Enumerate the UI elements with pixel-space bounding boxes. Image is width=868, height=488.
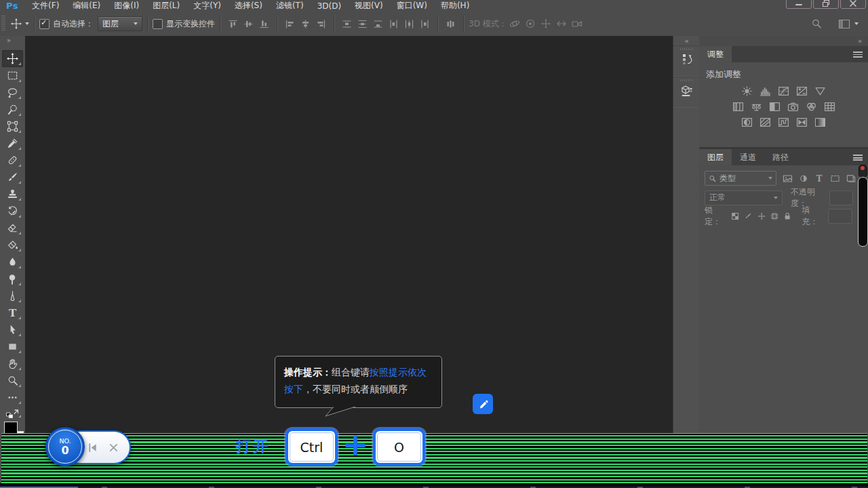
- tool-paint-bucket[interactable]: [2, 237, 23, 253]
- tool-history-brush[interactable]: [2, 203, 23, 220]
- menu-select[interactable]: 选择(S): [228, 0, 269, 12]
- menu-window[interactable]: 窗口(W): [390, 0, 434, 12]
- menu-image[interactable]: 图像(I): [107, 0, 146, 12]
- tool-more-ellipsis[interactable]: [2, 389, 23, 406]
- align-right-icon[interactable]: [313, 16, 329, 31]
- tab-adjustments[interactable]: 调整: [699, 46, 732, 62]
- layers-list[interactable]: [699, 225, 868, 468]
- layer-filter-toggle[interactable]: [859, 165, 867, 178]
- skip-to-start-icon[interactable]: [87, 442, 98, 453]
- tool-zoom[interactable]: [2, 372, 23, 389]
- tool-rectangular-marquee[interactable]: [2, 67, 23, 84]
- search-icon[interactable]: [808, 16, 824, 31]
- adjustment-layers-filter-icon[interactable]: [799, 174, 808, 183]
- tool-dodge[interactable]: [2, 270, 23, 287]
- auto-select-checkbox[interactable]: [39, 19, 50, 29]
- 3d-camera-icon[interactable]: [570, 16, 585, 31]
- threshold-icon[interactable]: [778, 117, 789, 127]
- 3d-panel-button[interactable]: [673, 77, 700, 108]
- show-transform-checkbox[interactable]: [153, 19, 163, 29]
- brightness-contrast-icon[interactable]: [741, 86, 753, 96]
- menu-file[interactable]: 文件(F): [25, 0, 66, 12]
- tab-layers[interactable]: 图层: [699, 149, 732, 165]
- shape-layers-filter-icon[interactable]: [830, 174, 840, 183]
- menu-edit[interactable]: 编辑(E): [66, 0, 107, 12]
- tool-pen[interactable]: [2, 287, 23, 304]
- layer-filter-dropdown[interactable]: 类型: [705, 171, 776, 186]
- panel-collapse-chevrons[interactable]: »: [699, 36, 868, 46]
- align-vertical-center-icon[interactable]: [241, 16, 256, 31]
- lock-position-icon[interactable]: [757, 211, 766, 221]
- blend-mode-dropdown[interactable]: 正常: [705, 190, 783, 205]
- curves-icon[interactable]: [778, 86, 789, 96]
- menu-layer[interactable]: 图层(L): [146, 0, 186, 12]
- tool-path-selection[interactable]: [2, 321, 23, 338]
- opacity-field[interactable]: [829, 190, 853, 205]
- align-horizontal-center-icon[interactable]: [298, 16, 313, 31]
- photo-filter-icon[interactable]: [787, 102, 799, 112]
- 3d-slide-icon[interactable]: [554, 16, 570, 31]
- lock-all-icon[interactable]: [783, 211, 791, 221]
- panel-menu-icon[interactable]: [853, 155, 868, 161]
- distribute-left-icon[interactable]: [386, 16, 401, 31]
- tool-hand[interactable]: [2, 355, 23, 372]
- edit-note-button[interactable]: [473, 394, 493, 414]
- swap-colors-control[interactable]: [2, 406, 23, 420]
- pixel-layers-filter-icon[interactable]: [783, 174, 793, 183]
- tool-eyedropper[interactable]: [2, 135, 23, 152]
- type-layers-filter-icon[interactable]: T: [814, 174, 824, 183]
- align-bottom-icon[interactable]: [256, 16, 272, 31]
- close-button[interactable]: [840, 0, 866, 9]
- minimize-button[interactable]: [786, 0, 812, 9]
- tool-lasso[interactable]: [2, 84, 23, 101]
- tool-brush[interactable]: [2, 169, 23, 186]
- distribute-vertical-center-icon[interactable]: [355, 16, 370, 31]
- 3d-roll-icon[interactable]: [523, 16, 538, 31]
- lock-artboard-icon[interactable]: [770, 211, 778, 221]
- workspace-switcher-icon[interactable]: [836, 16, 852, 31]
- auto-select-dropdown[interactable]: 图层: [98, 16, 142, 31]
- lock-paint-icon[interactable]: [744, 211, 752, 221]
- lock-transparency-icon[interactable]: [731, 211, 739, 221]
- selective-color-icon[interactable]: [796, 117, 808, 127]
- menu-3d[interactable]: 3D(D): [311, 1, 348, 11]
- 3d-pan-icon[interactable]: [538, 16, 554, 31]
- color-lookup-icon[interactable]: [824, 102, 835, 112]
- levels-icon[interactable]: [760, 86, 771, 96]
- distribute-spacing-icon[interactable]: [443, 16, 458, 31]
- hue-saturation-icon[interactable]: [732, 102, 744, 112]
- close-icon[interactable]: [108, 443, 119, 453]
- distribute-bottom-icon[interactable]: [370, 16, 386, 31]
- tool-type[interactable]: T: [2, 304, 23, 321]
- tool-spot-healing[interactable]: [2, 152, 23, 169]
- gradient-map-icon[interactable]: [814, 117, 826, 127]
- tab-channels[interactable]: 通道: [732, 149, 764, 165]
- distribute-right-icon[interactable]: [417, 16, 433, 31]
- tool-frame[interactable]: [2, 118, 23, 135]
- tool-clone-stamp[interactable]: [2, 186, 23, 203]
- panel-menu-icon[interactable]: [853, 52, 868, 58]
- dock-collapse-chevrons[interactable]: «: [673, 36, 700, 45]
- history-panel-button[interactable]: [673, 45, 700, 77]
- restore-button[interactable]: [813, 0, 839, 9]
- align-top-icon[interactable]: [225, 16, 241, 31]
- tool-quick-selection[interactable]: [2, 101, 23, 118]
- tool-eraser[interactable]: [2, 220, 23, 237]
- menu-view[interactable]: 视图(V): [348, 0, 390, 12]
- align-left-icon[interactable]: [282, 16, 298, 31]
- tool-rectangle[interactable]: [2, 338, 23, 355]
- fill-field[interactable]: [828, 209, 852, 224]
- tab-paths[interactable]: 路径: [764, 149, 797, 165]
- exposure-icon[interactable]: [796, 86, 808, 96]
- channel-mixer-icon[interactable]: [806, 102, 817, 112]
- smart-objects-filter-icon[interactable]: [846, 174, 856, 183]
- color-balance-icon[interactable]: [751, 102, 762, 112]
- menu-filter[interactable]: 滤镜(T): [269, 0, 311, 12]
- 3d-orbit-icon[interactable]: [507, 16, 523, 31]
- invert-icon[interactable]: [741, 117, 753, 127]
- distribute-horizontal-center-icon[interactable]: [401, 16, 417, 31]
- black-white-icon[interactable]: [769, 102, 781, 112]
- menu-help[interactable]: 帮助(H): [434, 0, 476, 12]
- chevron-down-icon[interactable]: [854, 22, 859, 25]
- menu-type[interactable]: 文字(Y): [186, 0, 228, 12]
